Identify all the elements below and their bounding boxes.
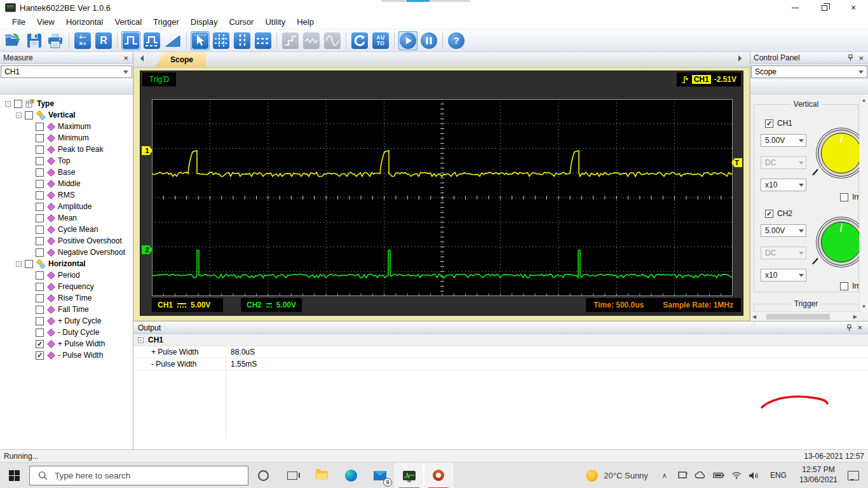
tree-item-middle[interactable]: Middle xyxy=(0,178,133,189)
menu-help[interactable]: Help xyxy=(291,16,320,28)
tree-checkbox[interactable]: ✓ xyxy=(36,351,44,360)
tab-scroll-left-icon[interactable] xyxy=(137,55,144,62)
ch2-volts-select[interactable]: 5.00V xyxy=(761,224,806,237)
ch1-volts-select[interactable]: 5.00V xyxy=(761,134,806,147)
menu-trigger[interactable]: Trigger xyxy=(147,16,185,28)
tree-checkbox[interactable] xyxy=(36,271,44,280)
ch2-probe-select[interactable]: x10 xyxy=(761,269,806,281)
print-button[interactable] xyxy=(46,31,65,50)
ch2-enable-checkbox[interactable]: ✓ xyxy=(765,210,773,218)
tree-checkbox[interactable] xyxy=(36,317,44,325)
ch2-invert-checkbox[interactable] xyxy=(840,282,848,290)
output-group-row[interactable]: - CH1 xyxy=(133,334,868,346)
pulse-high-button[interactable] xyxy=(121,31,140,50)
cortana-button[interactable] xyxy=(248,463,278,488)
onedrive-cloud-icon[interactable] xyxy=(695,471,706,479)
action-center-icon[interactable] xyxy=(848,471,859,480)
menu-horizontal[interactable]: Horizontal xyxy=(60,16,109,28)
menu-file[interactable]: File xyxy=(6,16,31,28)
tree-checkbox[interactable]: ✓ xyxy=(36,340,44,348)
tree-checkbox[interactable] xyxy=(36,123,44,131)
ch1-enable-checkbox[interactable]: ✓ xyxy=(765,119,773,128)
tree-item-type[interactable]: -Type xyxy=(0,98,133,109)
tree-item-frequency[interactable]: Frequency xyxy=(0,281,133,292)
autoset-button[interactable]: AUTO xyxy=(371,31,390,50)
tree-item-maximum[interactable]: Maximum xyxy=(0,121,133,132)
tree-checkbox[interactable] xyxy=(36,214,44,222)
tree-item-duty-cycle[interactable]: - Duty Cycle xyxy=(0,327,133,338)
help-button[interactable]: ? xyxy=(447,31,466,50)
open-button[interactable] xyxy=(4,31,23,50)
file-explorer-button[interactable] xyxy=(307,463,336,488)
pin-icon[interactable] xyxy=(848,54,853,62)
menu-view[interactable]: View xyxy=(31,16,60,28)
tree-item-rise-time[interactable]: Rise Time xyxy=(0,292,133,304)
tab-scroll-right-icon[interactable] xyxy=(738,55,745,62)
tree-item-period[interactable]: Period xyxy=(0,269,133,281)
cross-cursor-button[interactable] xyxy=(212,31,231,50)
math-button[interactable]: +−×÷ xyxy=(73,31,92,50)
reference-button[interactable]: R xyxy=(94,31,113,50)
hantek-app-button[interactable] xyxy=(395,463,424,488)
measure-close-icon[interactable]: × xyxy=(122,54,130,62)
tree-item-positive-overshoot[interactable]: Positive Overshoot xyxy=(0,235,133,247)
vertical-scrollbar[interactable]: ▲▼ xyxy=(859,95,868,311)
ch1-probe-select[interactable]: x10 xyxy=(761,179,806,191)
measure-channel-select[interactable]: CH1 xyxy=(1,65,132,78)
tree-item-mean[interactable]: Mean xyxy=(0,212,133,224)
horizontal-scrollbar[interactable]: ◀▶ xyxy=(750,311,859,321)
tree-checkbox[interactable] xyxy=(36,329,44,337)
menu-display[interactable]: Display xyxy=(185,16,224,28)
tree-item-vertical[interactable]: -Vertical xyxy=(0,109,133,121)
close-button[interactable]: × xyxy=(839,0,868,15)
control-mode-select[interactable]: Scope xyxy=(751,65,867,78)
tree-item-amplitude[interactable]: Amplitude xyxy=(0,201,133,212)
capture-app-button[interactable] xyxy=(424,463,453,488)
tree-checkbox[interactable] xyxy=(36,248,44,257)
language-indicator[interactable]: ENG xyxy=(770,471,787,480)
tree-item-top[interactable]: Top xyxy=(0,155,133,166)
menu-utility[interactable]: Utility xyxy=(259,16,291,28)
cursor-button[interactable] xyxy=(191,31,210,50)
ch1-coupling-select[interactable]: DC xyxy=(761,156,806,169)
tree-checkbox[interactable] xyxy=(36,283,44,291)
start-button[interactable] xyxy=(398,31,417,50)
trigger-level-marker[interactable]: T xyxy=(731,158,742,167)
tree-checkbox[interactable] xyxy=(36,146,44,154)
tree-item-duty-cycle[interactable]: + Duty Cycle xyxy=(0,315,133,327)
mail-button[interactable]: 9 xyxy=(365,463,395,488)
ramp-button[interactable] xyxy=(163,31,182,50)
tree-checkbox[interactable] xyxy=(36,306,44,314)
tree-checkbox[interactable] xyxy=(36,191,44,200)
tree-checkbox[interactable] xyxy=(36,294,44,302)
tree-checkbox[interactable] xyxy=(36,226,44,234)
menu-vertical[interactable]: Vertical xyxy=(109,16,147,28)
ch2-coupling-select[interactable]: DC xyxy=(761,247,806,259)
ch2-marker[interactable]: 2 xyxy=(142,245,153,254)
start-button[interactable] xyxy=(0,463,28,488)
taskbar-clock[interactable]: 12:57 PM 13/06/2021 xyxy=(799,465,837,485)
tree-item-rms[interactable]: RMS xyxy=(0,189,133,201)
tree-checkbox[interactable] xyxy=(36,237,44,245)
collapse-icon[interactable]: - xyxy=(5,101,11,107)
tray-expand-icon[interactable]: ∧ xyxy=(662,471,667,480)
tree-checkbox[interactable] xyxy=(36,168,44,177)
horizontal-cursor-button[interactable] xyxy=(254,31,273,50)
tree-item-pulse-width[interactable]: ✓+ Pulse Width xyxy=(0,338,133,349)
tree-checkbox[interactable] xyxy=(36,157,44,165)
tree-item-negative-overshoot[interactable]: Negative Overshoot xyxy=(0,247,133,258)
collapse-icon[interactable]: - xyxy=(138,337,144,343)
wifi-icon[interactable] xyxy=(731,471,742,479)
speaker-icon[interactable] xyxy=(749,471,759,480)
scrollbar-thumb[interactable] xyxy=(766,314,830,320)
tree-item-fall-time[interactable]: Fall Time xyxy=(0,304,133,315)
tree-checkbox[interactable] xyxy=(25,111,33,119)
ch1-position-knob[interactable] xyxy=(818,130,865,177)
menu-cursor[interactable]: Cursor xyxy=(223,16,259,28)
tree-checkbox[interactable] xyxy=(25,260,33,268)
minimize-button[interactable] xyxy=(780,0,810,15)
collapse-icon[interactable]: - xyxy=(16,261,22,267)
tree-item-horizontal[interactable]: -Horizontal xyxy=(0,258,133,269)
tab-scope[interactable]: Scope xyxy=(155,52,206,67)
tree-checkbox[interactable] xyxy=(36,203,44,211)
